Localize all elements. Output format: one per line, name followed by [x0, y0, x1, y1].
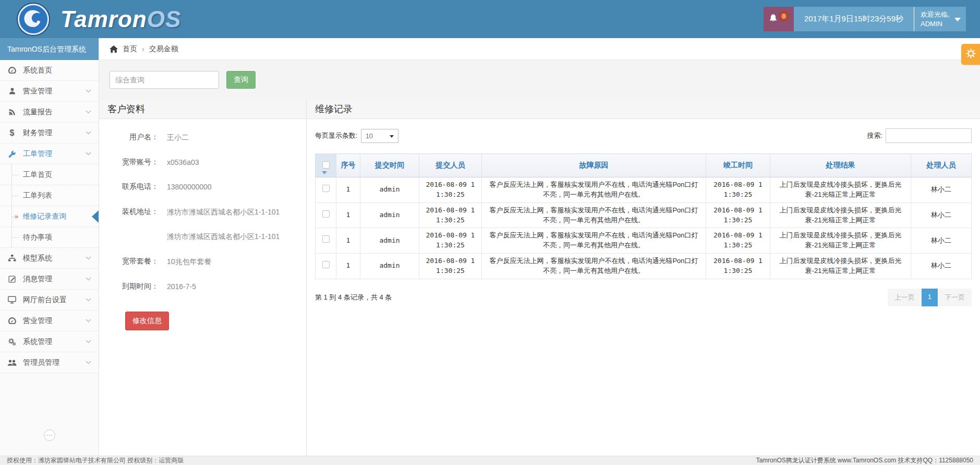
sidebar-item-traffic-report[interactable]: 流量报告 — [0, 102, 99, 123]
settings-fab-button[interactable] — [961, 44, 980, 65]
chevron-down-icon — [86, 131, 91, 135]
submenu-item-workorder-list[interactable]: 工单列表 — [0, 185, 99, 206]
row-checkbox[interactable] — [322, 210, 330, 218]
sidebar-item-business[interactable]: 营业管理 — [0, 81, 99, 102]
cell-fault: 客户反应无法上网，客服核实发现用户不在线，电话沟通光猫Pon口灯不亮，同一单元有… — [482, 254, 706, 279]
edit-info-button[interactable]: 修改信息 — [125, 312, 169, 330]
next-page-button[interactable]: 下一页 — [938, 289, 972, 306]
breadcrumb-current: 交易金额 — [149, 44, 178, 54]
select-all-header[interactable] — [316, 154, 336, 177]
rss-icon — [7, 108, 17, 116]
user-menu[interactable]: 欢迎光临, ADMIN — [914, 7, 966, 31]
chevron-down-icon — [86, 298, 91, 302]
gear-icon — [965, 48, 976, 61]
dollar-icon: $ — [7, 129, 17, 137]
col-submit-person[interactable]: 提交人员 — [419, 154, 482, 177]
sidebar-item-work-orders[interactable]: 工单管理 — [0, 144, 99, 164]
table-search-label: 搜索: — [867, 131, 882, 140]
page-size-select[interactable]: 10 — [361, 129, 398, 143]
global-search-input[interactable] — [110, 71, 219, 89]
sidebar-item-messages[interactable]: 消息管理 — [0, 269, 99, 290]
chevron-down-icon — [86, 152, 91, 156]
col-submit-time[interactable]: 提交时间 — [360, 154, 419, 177]
prev-page-button[interactable]: 上一页 — [888, 289, 922, 306]
records-panel-title: 维修记录 — [307, 99, 980, 119]
table-row: 1 admin 2016-08-09 11:30:25 客户反应无法上网，客服核… — [316, 228, 972, 254]
sitemap-icon — [7, 254, 17, 263]
cell-seq: 1 — [336, 202, 360, 228]
cell-seq: 1 — [336, 177, 360, 203]
col-seq[interactable]: 序号 — [336, 154, 360, 177]
username: ADMIN — [921, 19, 950, 29]
cell-seq: 1 — [336, 254, 360, 279]
repair-records-table: 序号 提交时间 提交人员 故障原因 竣工时间 处理结果 处理人员 — [315, 153, 972, 279]
cell-finish-time: 2016-08-09 11:30:25 — [706, 254, 770, 279]
caret-down-icon — [954, 18, 961, 21]
top-header: TamronOS 8 2017年1月9日15时23分59秒 欢迎光临, ADMI… — [0, 0, 980, 38]
page-size-label: 每页显示条数: — [315, 131, 358, 140]
col-result[interactable]: 处理结果 — [770, 154, 911, 177]
sidebar-title: TamronOS后台管理系统 — [0, 38, 99, 60]
cell-submitter: admin — [360, 177, 419, 203]
wrench-icon — [7, 150, 17, 158]
field-install-address: 装机地址： 潍坊市潍城区西城名都小区1-1-101 — [108, 207, 297, 218]
cell-submit-time: 2016-08-09 11:30:25 — [419, 177, 482, 203]
cell-finish-time: 2016-08-09 11:30:25 — [706, 177, 770, 203]
customer-panel-title: 客户资料 — [99, 99, 306, 119]
field-broadband-account: 宽带账号： x0536a03 — [108, 158, 297, 168]
breadcrumb-home-link[interactable]: 首页 — [123, 44, 137, 54]
cell-fault: 客户反应无法上网，客服核实发现用户不在线，电话沟通光猫Pon口灯不亮，同一单元有… — [482, 177, 706, 203]
sidebar-item-dashboard[interactable]: 系统首页 — [0, 60, 99, 81]
row-checkbox[interactable] — [322, 261, 330, 268]
sidebar-item-model-system[interactable]: 模型系统 — [0, 248, 99, 269]
breadcrumb-separator: › — [142, 45, 144, 53]
table-search-input[interactable] — [886, 128, 972, 143]
field-broadband-plan: 宽带套餐： 10兆包年套餐 — [108, 257, 297, 267]
sidebar-item-portal-settings[interactable]: 网厅前台设置 — [0, 290, 99, 311]
pagination: 上一页 1 下一页 — [888, 289, 972, 306]
cell-handler: 林小二 — [911, 202, 972, 228]
cell-fault: 客户反应无法上网，客服核实发现用户不在线，电话沟通光猫Pon口灯不亮，同一单元有… — [482, 202, 706, 228]
submenu-item-todo[interactable]: 待办事项 — [0, 227, 99, 248]
records-summary: 第 1 到 4 条记录，共 4 条 — [315, 293, 392, 302]
sidebar-item-finance[interactable]: $ 财务管理 — [0, 123, 99, 144]
user-icon — [7, 87, 17, 96]
active-notch-icon — [92, 210, 99, 223]
row-checkbox[interactable] — [322, 235, 330, 243]
sidebar-item-system-settings[interactable]: 系统管理 — [0, 331, 99, 352]
gears-icon — [7, 338, 17, 346]
chevron-down-icon — [86, 110, 91, 114]
footer-product-text: TamronOS腾龙认证计费系统 www.TamronOS.com 技术支持QQ… — [756, 456, 973, 465]
footer: 授权使用：潍坊家园驿站电子技术有限公司 授权级别：运营商版 TamronOS腾龙… — [0, 456, 980, 465]
notifications-button[interactable]: 8 — [764, 7, 794, 31]
customer-panel: 客户资料 用户名： 王小二 宽带账号： x0536a03 联系电话： 13800… — [99, 99, 306, 456]
page-1-button[interactable]: 1 — [922, 289, 938, 306]
sidebar-item-admin-management[interactable]: 管理员管理 — [0, 352, 99, 373]
chevron-down-icon — [86, 340, 91, 343]
submenu-item-repair-records[interactable]: » 维修记录查询 — [0, 206, 99, 227]
submenu-item-workorder-home[interactable]: 工单首页 — [0, 164, 99, 185]
gauge-icon — [7, 317, 17, 325]
cell-seq: 1 — [336, 228, 360, 254]
chevron-down-icon — [86, 361, 91, 364]
cell-submit-time: 2016-08-09 11:30:25 — [419, 202, 482, 228]
active-marker-icon: » — [15, 212, 18, 220]
sidebar: TamronOS后台管理系统 系统首页 营业管理 流量报告 $ 财务管理 工单管… — [0, 38, 99, 456]
bell-icon — [769, 14, 778, 25]
col-handler[interactable]: 处理人员 — [911, 154, 972, 177]
datetime-display: 2017年1月9日15时23分59秒 — [794, 7, 914, 31]
search-button[interactable]: 查询 — [226, 71, 256, 89]
row-checkbox[interactable] — [322, 185, 330, 192]
cell-result: 上门后发现是皮线冷接头损坏，更换后光衰-21光猫正常上网正常 — [770, 254, 911, 279]
select-all-checkbox[interactable] — [322, 161, 330, 169]
table-row: 1 admin 2016-08-09 11:30:25 客户反应无法上网，客服核… — [316, 202, 972, 228]
sidebar-item-business-2[interactable]: 营业管理 — [0, 311, 99, 331]
field-install-address-2: 潍坊市潍城区西城名都小区1-1-101 — [108, 232, 297, 242]
chevron-down-icon — [86, 319, 91, 323]
sidebar-collapse-button[interactable]: ⋯ — [44, 430, 55, 441]
monitor-icon — [7, 296, 17, 304]
footer-license-text: 授权使用：潍坊家园驿站电子技术有限公司 授权级别：运营商版 — [7, 456, 184, 465]
col-fault-reason[interactable]: 故障原因 — [482, 154, 706, 177]
cell-fault: 客户反应无法上网，客服核实发现用户不在线，电话沟通光猫Pon口灯不亮，同一单元有… — [482, 228, 706, 254]
col-finish-time[interactable]: 竣工时间 — [706, 154, 770, 177]
